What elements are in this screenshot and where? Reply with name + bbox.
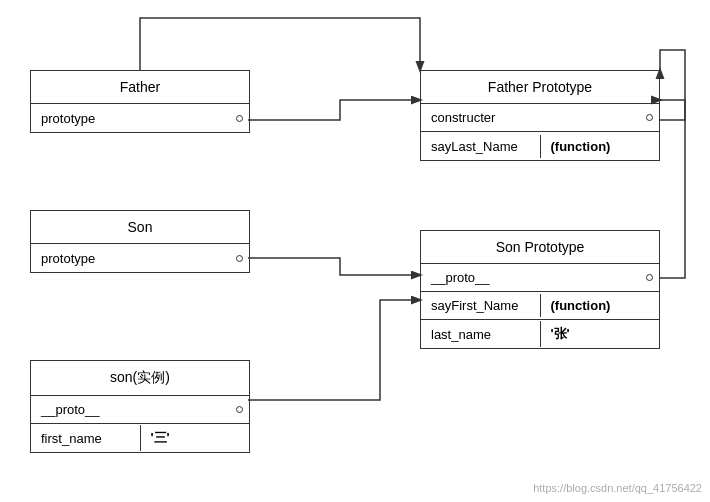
- son-proto-proto-dot-circle: [646, 274, 653, 281]
- father-proto-box: Father Prototype constructer sayLast_Nam…: [420, 70, 660, 161]
- father-proto-constructer-dot: [542, 110, 659, 125]
- son-instance-proto-label: __proto__: [31, 398, 142, 421]
- father-proto-sayLastName-label: sayLast_Name: [421, 135, 540, 158]
- father-prototype-label: prototype: [31, 107, 142, 130]
- son-proto-sayFirstName-row: sayFirst_Name (function): [421, 292, 659, 320]
- son-proto-box: Son Prototype __proto__ sayFirst_Name (f…: [420, 230, 660, 349]
- son-prototype-label: prototype: [31, 247, 142, 270]
- son-proto-proto-row: __proto__: [421, 264, 659, 292]
- father-self-arrow: [140, 18, 420, 70]
- constructer-back-arrow: [660, 100, 685, 120]
- son-instance-title: son(实例): [31, 361, 249, 396]
- son-prototype-row: prototype: [31, 244, 249, 272]
- son-instance-proto-dot-circle: [236, 406, 243, 413]
- father-box: Father prototype: [30, 70, 250, 133]
- father-prototype-dot-circle: [236, 115, 243, 122]
- father-proto-sayLastName-value: (function): [540, 135, 660, 158]
- son-instance-firstName-value: '三': [140, 425, 250, 451]
- son-instance-firstName-row: first_name '三': [31, 424, 249, 452]
- son-instance-proto-row: __proto__: [31, 396, 249, 424]
- son-proto-lastName-row: last_name '张': [421, 320, 659, 348]
- diagram: Father prototype Father Prototype constr…: [0, 0, 710, 502]
- sonproto-to-fatherproto-arrow: [660, 50, 685, 278]
- son-prototype-dot-circle: [236, 255, 243, 262]
- son-proto-proto-label: __proto__: [421, 266, 542, 289]
- son-proto-title: Son Prototype: [421, 231, 659, 264]
- instance-to-sonproto-arrow: [248, 300, 420, 400]
- son-instance-firstName-label: first_name: [31, 427, 140, 450]
- son-proto-lastName-value: '张': [540, 321, 660, 347]
- son-instance-box: son(实例) __proto__ first_name '三': [30, 360, 250, 453]
- father-prototype-row: prototype: [31, 104, 249, 132]
- son-proto-lastName-label: last_name: [421, 323, 540, 346]
- father-to-fatherproto-arrow: [248, 100, 420, 120]
- son-proto-sayFirstName-label: sayFirst_Name: [421, 294, 540, 317]
- son-title: Son: [31, 211, 249, 244]
- son-to-sonproto-arrow: [248, 258, 420, 275]
- son-instance-proto-dot: [142, 402, 249, 417]
- father-proto-constructer-label: constructer: [421, 106, 542, 129]
- father-proto-constructer-dot-circle: [646, 114, 653, 121]
- father-proto-title: Father Prototype: [421, 71, 659, 104]
- father-proto-constructer-row: constructer: [421, 104, 659, 132]
- father-title: Father: [31, 71, 249, 104]
- watermark: https://blog.csdn.net/qq_41756422: [533, 482, 702, 494]
- son-prototype-dot: [142, 251, 249, 266]
- son-proto-proto-dot: [542, 270, 659, 285]
- son-box: Son prototype: [30, 210, 250, 273]
- father-prototype-dot: [142, 111, 249, 126]
- son-proto-sayFirstName-value: (function): [540, 294, 660, 317]
- father-proto-sayLastName-row: sayLast_Name (function): [421, 132, 659, 160]
